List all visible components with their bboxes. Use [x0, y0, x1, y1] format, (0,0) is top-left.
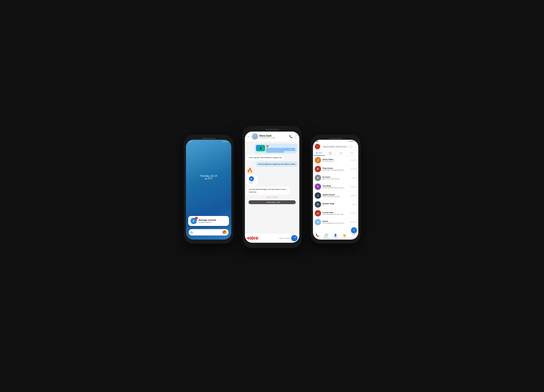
received-message-1: This is great! Look forward to trying it… — [247, 155, 284, 160]
left-status-bar: 12:30 ▲ WiFi 🔋 — [186, 140, 231, 143]
contact-time-deepak: 4/8/21 — [353, 204, 356, 205]
tab-sms[interactable]: 📋 — [325, 150, 336, 156]
contact-time-priya: 12:30 PM — [351, 168, 356, 170]
call-icon[interactable]: 📞 — [289, 135, 293, 138]
contact-msg-deepak: Yo! — [322, 205, 351, 206]
list-item[interactable]: my Luxury Hotel Your reservation for twi… — [313, 209, 358, 218]
list-item[interactable]: P Priya Kumar Haha yeah. Looking forward… — [313, 165, 358, 173]
contact-name-ali: Ali Yusuf — [322, 176, 350, 178]
list-item[interactable]: T Tina Ming Thanks 👍 Will call you back … — [313, 182, 358, 191]
tab-labels[interactable]: 🏷 — [336, 150, 347, 156]
link-url[interactable]: https://www.truecaller.com/blog/features… — [266, 148, 296, 152]
notification-card[interactable]: ⚡ 1 Message received Andreas Olsson — [188, 216, 229, 226]
nav-messages[interactable]: 💬 Messages — [322, 234, 331, 239]
slide-to-cancel: < Slide to cancel — [278, 238, 290, 239]
link-emoji: 😍 — [266, 145, 269, 148]
recording-indicator: Recording · 0:09 — [248, 200, 296, 204]
more-icon[interactable]: ⋮ — [294, 135, 297, 138]
weather-text: ☁ 24°C — [200, 177, 217, 180]
messages-icon: 💬 — [325, 234, 328, 237]
notification-title: Message received — [199, 219, 216, 221]
audio-duration: 00:12 — [249, 182, 255, 184]
list-item[interactable]: J Jenny Taylor Hi! How are you? 12:31 PM — [313, 156, 358, 165]
contact-avatar-tina: T — [315, 184, 321, 190]
mic-button[interactable]: 🎤 — [291, 235, 297, 241]
emoji-message: 🔥 — [247, 168, 253, 173]
tab-inbox[interactable]: 🖥 Inbox — [314, 150, 325, 156]
nav-premium[interactable]: 👑 Premium — [340, 234, 349, 239]
contact-info-priya: Priya Kumar Haha yeah. Looking forward t… — [322, 167, 349, 171]
list-item[interactable]: A Ali Yusuf Nice! I'll be there shortly … — [313, 173, 358, 182]
contact-name-airline: Airline — [322, 220, 349, 222]
center-screen: ← Alexa Syed ● Last seen 2 min ago 📞 ⋮ — [245, 131, 299, 243]
contact-avatar-jenny: J — [315, 157, 321, 163]
contact-msg-hotel: Your reservation for twin room... — [322, 214, 349, 215]
contact-time-ali: 9:03 AM — [351, 177, 356, 178]
right-screen: 12:30 ▲ WiFi 🔋 Search numbers, names & m… — [313, 140, 358, 240]
notification-count: 1 — [195, 217, 198, 220]
premium-icon: 👑 — [343, 234, 346, 237]
message-text-1: This is great! Look forward to trying it… — [249, 156, 282, 159]
audio-row: ▶ — [249, 176, 255, 181]
back-button[interactable]: ← — [247, 135, 250, 138]
contact-msg-ali: Nice! I'll be there shortly — [322, 178, 350, 180]
blocking-icon: 🛡 — [352, 234, 355, 237]
svg-text:G: G — [190, 231, 193, 234]
left-phone: 12:30 ▲ WiFi 🔋 Thursday, Jan 24 ☁ 24°C ⚡… — [184, 135, 234, 244]
link-thumbnail: 📱 — [256, 145, 265, 151]
left-screen: 12:30 ▲ WiFi 🔋 Thursday, Jan 24 ☁ 24°C ⚡… — [186, 140, 231, 240]
contact-msg-priya: Haha yeah. Looking forward to... — [322, 169, 349, 171]
list-item[interactable]: D Deepak Singh Yo! 4/8/21 — [313, 200, 358, 209]
notification-subtitle: Andreas Olsson — [199, 221, 216, 223]
nav-contacts[interactable]: 👤 Contacts — [331, 234, 340, 239]
right-status-bar: 12:30 ▲ WiFi 🔋 — [313, 140, 358, 143]
contact-msg-jenny: Hi! How are you? — [322, 160, 349, 162]
nav-calls[interactable]: 📞 Calls — [313, 234, 322, 239]
message-text-2: Yeah thought you might find this feature… — [258, 163, 295, 165]
google-logo: G — [190, 230, 195, 234]
nav-blocking[interactable]: 🛡 Blocking — [349, 234, 358, 239]
contact-name-tina: Tina Ming — [322, 185, 349, 187]
contact-time-jayden: Yesterday — [350, 195, 356, 196]
left-date-display: Thursday, Jan 24 ☁ 24°C — [200, 175, 217, 180]
nav-calls-label: Calls — [316, 237, 319, 239]
contact-name-hotel: Luxury Hotel — [322, 211, 349, 214]
contacts-icon: 👤 — [334, 234, 337, 237]
scene: 12:30 ▲ WiFi 🔋 Thursday, Jan 24 ☁ 24°C ⚡… — [170, 126, 374, 266]
chat-input-area: < Slide to cancel 🎤 — [245, 234, 299, 243]
search-placeholder: Search numbers, names & more — [323, 146, 346, 148]
right-tabs: 🖥 Inbox 📋 🏷 🛡 — [313, 150, 358, 156]
contact-avatar-hotel: my — [315, 210, 321, 216]
google-search-bar[interactable]: G — [189, 229, 229, 236]
contact-info-jenny: Jenny Taylor Hi! How are you? — [322, 158, 349, 162]
received-message-2: Just my initial thoughts, let's talk abo… — [247, 187, 290, 194]
search-more-icon[interactable]: ⋮ — [354, 145, 356, 148]
chat-header: ← Alexa Syed ● Last seen 2 min ago 📞 ⋮ — [245, 131, 299, 142]
list-item[interactable]: ✈ Airline Your Payday treat is here! Sho… — [313, 218, 358, 227]
contact-avatar-priya: P — [315, 166, 321, 172]
contact-time-airline: Yesterday — [350, 221, 356, 223]
compose-fab-button[interactable]: ↗ — [351, 227, 357, 233]
right-phone: 12:30 ▲ WiFi 🔋 Search numbers, names & m… — [311, 135, 361, 244]
play-button[interactable]: ▶ — [249, 176, 254, 181]
contact-msg-jayden: Cool, I will meet you then — [322, 196, 349, 197]
user-avatar — [315, 144, 320, 149]
tab-shield[interactable]: 🛡 — [347, 150, 357, 156]
contact-avatar-jayden: J — [315, 192, 321, 199]
right-status-icons: ▲ WiFi 🔋 — [349, 140, 356, 142]
contact-info-ali: Ali Yusuf Nice! I'll be there shortly — [322, 176, 350, 180]
chat-header-info: Alexa Syed ● Last seen 2 min ago — [260, 135, 288, 139]
date-text: Thursday, Jan 24 — [200, 175, 217, 177]
nav-blocking-label: Blocking — [351, 237, 356, 239]
audio-message: ▶ 00:12 — [247, 174, 258, 185]
left-time: 12:30 — [188, 141, 192, 142]
link-bubble-inner: 📱 😍 https://www.truecaller.com/blog/feat… — [256, 145, 296, 152]
tab-labels-icon: 🏷 — [340, 152, 342, 154]
link-message-bubble: 📱 😍 https://www.truecaller.com/blog/feat… — [254, 144, 297, 154]
search-input[interactable]: Search numbers, names & more — [322, 145, 353, 148]
contact-name-jayden: Jayden Brown — [322, 194, 349, 196]
tab-sms-icon: 📋 — [329, 152, 332, 154]
contact-info-hotel: Luxury Hotel Your reservation for twin r… — [322, 211, 349, 215]
contact-name-jenny: Jenny Taylor — [322, 158, 349, 160]
list-item[interactable]: J Jayden Brown Cool, I will meet you the… — [313, 191, 358, 200]
